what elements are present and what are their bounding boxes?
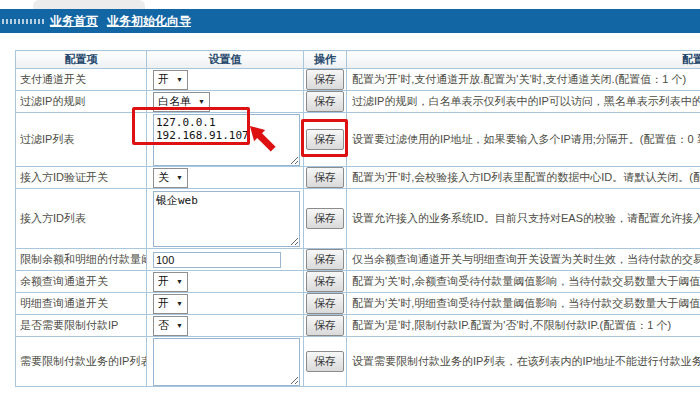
config-item-label: 过滤IP的规则 [20,95,85,107]
table-header-row: 配置项 设置值 操作 配置说明 [16,51,700,69]
chevron-down-icon: ▼ [176,278,183,285]
save-button[interactable]: 保存 [306,293,344,314]
party-id-list-textarea[interactable]: 银企web [153,191,300,247]
table-row: 是否需要限制付款IP 否▼ 保存 配置为'是'时,限制付款IP.配置为'否'时,… [16,315,700,337]
balance-query-select[interactable]: 开▼ [153,272,188,292]
header-config-desc: 配置说明 [347,51,700,69]
party-id-verify-select[interactable]: 关▼ [153,168,188,188]
table-row: 支付通道开关 开▼ 保存 配置为'开'时,支付通道开放.配置为'关'时,支付通道… [16,69,700,91]
chevron-down-icon: ▼ [176,76,183,83]
payment-channel-select[interactable]: 开▼ [153,70,188,90]
table-row: 接入方ID列表 银企web 保存 设置允许接入的业务系统ID。目前只支持对EAS… [16,189,700,249]
config-item-label: 明细查询通道开关 [20,297,108,309]
config-desc: 仅当余额查询通道开关与明细查询开关设置为关时生效，当待付款的交易数量大于该值时，… [352,253,700,265]
table-row: 过滤IP的规则 白名单▼ 保存 过滤IP的规则，白名单表示仅列表中的IP可以访问… [16,91,700,113]
config-desc: 配置为'关'时,明细查询受待付款量阈值影响，当待付款交易数量大于阈值，不允许查询… [352,297,700,309]
config-item-label: 接入方ID列表 [20,212,86,224]
logo-icon [2,19,44,24]
config-item-label: 余额查询通道开关 [20,275,108,287]
table-row: 过滤IP列表 127.0.0.1 192.168.91.107 保存 设置要过滤… [16,113,700,167]
config-item-label: 过滤IP列表 [20,133,74,145]
table-row: 需要限制付款业务的IP列表 保存 设置需要限制付款业务的IP列表，在该列表内的I… [16,337,700,387]
browser-tab-ghost [33,0,145,9]
nav-link-init-wizard[interactable]: 业务初始化向导 [107,13,191,30]
header-operation: 操作 [304,51,347,69]
payment-threshold-input[interactable] [153,252,281,268]
select-value: 关 [158,170,169,185]
annotation-box-save-button [301,119,348,157]
config-item-label: 接入方ID验证开关 [20,171,108,183]
table-row: 明细查询通道开关 开▼ 保存 配置为'关'时,明细查询受待付款量阈值影响，当待付… [16,293,700,315]
save-button[interactable]: 保存 [306,167,344,188]
chevron-down-icon: ▼ [176,174,183,181]
table-row: 限制余额和明细的付款量阈值 保存 仅当余额查询通道开关与明细查询开关设置为关时生… [16,249,700,271]
save-button[interactable]: 保存 [306,271,344,292]
config-desc: 配置为'是'时,限制付款IP.配置为'否'时,不限制付款IP.(配置值：1 个) [352,319,671,331]
config-table: 配置项 设置值 操作 配置说明 支付通道开关 开▼ 保存 配置为'开'时,支付通… [15,50,700,387]
save-button[interactable]: 保存 [306,249,344,270]
limit-payment-ip-select[interactable]: 否▼ [153,316,188,336]
nav-link-business-home[interactable]: 业务首页 [50,13,98,30]
annotation-arrow-icon [243,123,283,155]
select-value: 开 [158,72,169,87]
select-value: 开 [158,296,169,311]
select-value: 开 [158,274,169,289]
save-button[interactable]: 保存 [306,91,344,112]
config-desc: 配置为'开'时,支付通道开放.配置为'关'时,支付通道关闭.(配置值：1 个) [352,73,686,85]
chevron-down-icon: ▼ [198,98,205,105]
config-item-label: 是否需要限制付款IP [20,319,118,331]
chevron-down-icon: ▼ [176,322,183,329]
config-desc: 设置允许接入的业务系统ID。目前只支持对EAS的校验，请配置允许接入的EAS数据… [352,212,700,224]
select-value: 否 [158,318,169,333]
table-row: 接入方ID验证开关 关▼ 保存 配置为'开'时,会校验接入方ID列表里配置的数据… [16,167,700,189]
annotation-box-ip-list [132,107,250,145]
config-desc: 设置需要限制付款业务的IP列表，在该列表内的IP地址不能进行付款业务(配置值：0… [352,355,700,367]
config-page: 业务首页 业务初始化向导 配置项 设置值 操作 配置说明 支付通道开关 开▼ 保… [0,0,700,405]
config-item-label: 限制余额和明细的付款量阈值 [20,253,147,265]
config-desc: 配置为'开'时,会校验接入方ID列表里配置的数据中心ID。请默认关闭。(配置值：… [352,171,700,183]
config-item-label: 需要限制付款业务的IP列表 [20,355,147,367]
restricted-payment-ip-textarea[interactable] [153,338,300,386]
save-button[interactable]: 保存 [306,315,344,336]
save-button[interactable]: 保存 [306,351,344,372]
detail-query-select[interactable]: 开▼ [153,294,188,314]
config-desc: 设置要过滤使用的IP地址，如果要输入多个IP请用;分隔开。(配置值：0 到 16… [352,133,700,145]
chevron-down-icon: ▼ [176,300,183,307]
table-row: 余额查询通道开关 开▼ 保存 配置为'关'时,余额查询受待付款量阈值影响，当待付… [16,271,700,293]
header-config-item: 配置项 [16,51,147,69]
config-desc: 配置为'关'时,余额查询受待付款量阈值影响，当待付款交易数量大于阈值，不允许查询… [352,275,700,287]
header-setting-value: 设置值 [147,51,304,69]
config-item-label: 支付通道开关 [20,73,86,85]
config-desc: 过滤IP的规则，白名单表示仅列表中的IP可以访问，黑名单表示列表中的IP不可以访… [352,95,700,107]
top-navbar: 业务首页 业务初始化向导 [0,9,700,33]
save-button[interactable]: 保存 [306,208,344,229]
save-button[interactable]: 保存 [306,69,344,90]
